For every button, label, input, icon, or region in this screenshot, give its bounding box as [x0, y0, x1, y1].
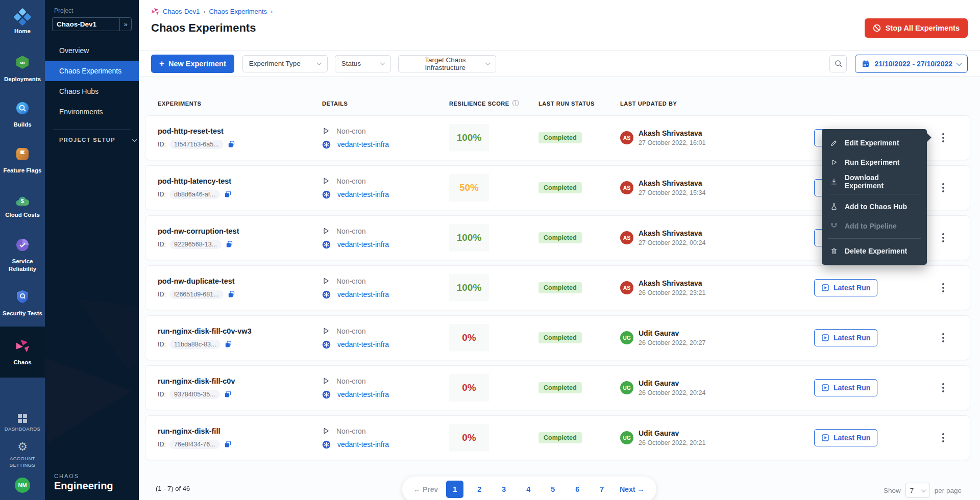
row-menu-button[interactable]: [939, 180, 947, 195]
sidebar-item-chaos-experiments[interactable]: Chaos Experiments: [45, 61, 139, 81]
project-selector[interactable]: Chaos-Dev1: [52, 17, 119, 31]
sidebar-item-home[interactable]: Home: [0, 0, 45, 46]
builds-icon: [15, 101, 30, 117]
stop-all-experiments-button[interactable]: Stop All Experiments: [865, 18, 968, 38]
user-name: Akash Shrivastava: [639, 179, 705, 187]
menu-divider: [828, 238, 921, 239]
search-button[interactable]: [829, 55, 847, 72]
sidebar-item-service-reliability[interactable]: Service Reliability: [0, 230, 45, 281]
project-setup-toggle[interactable]: PROJECT SETUP: [45, 137, 139, 143]
sidebar-item-overview[interactable]: Overview: [45, 40, 139, 61]
experiment-name[interactable]: run-nginx-disk-fill-c0v-vw3: [158, 327, 322, 335]
avatar: UG: [620, 331, 633, 344]
experiment-name[interactable]: pod-http-latency-test: [158, 177, 322, 185]
copy-icon[interactable]: [227, 290, 236, 298]
copy-icon[interactable]: [224, 340, 233, 348]
experiment-name[interactable]: run-nginx-disk-fill-c0v: [158, 377, 322, 385]
infrastructure-link[interactable]: vedant-test-infra: [337, 440, 389, 448]
edit-icon: [830, 139, 838, 147]
menu-item-delete-experiment[interactable]: Delete Experiment: [822, 241, 927, 261]
infrastructure-link[interactable]: vedant-test-infra: [337, 240, 389, 248]
play-icon: [322, 227, 330, 235]
pagination-page-3[interactable]: 3: [495, 481, 512, 498]
pagination-page-4[interactable]: 4: [520, 481, 537, 498]
project-expand-icon[interactable]: »: [119, 17, 132, 31]
infrastructure-link[interactable]: vedant-test-infra: [337, 340, 389, 348]
sidebar-item-account-settings[interactable]: ⚙ ACCOUNT SETTINGS: [6, 441, 39, 468]
pagination-page-1[interactable]: 1: [446, 481, 463, 498]
infrastructure-link[interactable]: vedant-test-infra: [337, 390, 389, 398]
copy-icon[interactable]: [224, 190, 232, 198]
latest-run-button[interactable]: Latest Run: [814, 429, 877, 446]
status-badge: Completed: [538, 132, 582, 143]
breadcrumb-page-link[interactable]: Chaos Experiments: [209, 8, 267, 15]
latest-run-button[interactable]: Latest Run: [814, 379, 877, 396]
sidebar-item-cloud-costs[interactable]: $ Cloud Costs: [0, 184, 45, 230]
pagination-page-5[interactable]: 5: [544, 481, 561, 498]
row-menu-button[interactable]: [939, 230, 947, 245]
experiment-id: f26651d9-681...: [169, 290, 224, 299]
play-icon: [322, 277, 330, 285]
copy-icon[interactable]: [224, 440, 232, 448]
row-menu-button[interactable]: [939, 280, 947, 295]
copy-icon[interactable]: [227, 140, 236, 148]
table-row[interactable]: run-nginx-disk-fill-c0v-vw3 ID: 11bda88c…: [145, 316, 970, 360]
table-row[interactable]: pod-nw-duplicate-test ID: f26651d9-681..…: [145, 266, 970, 310]
copy-icon[interactable]: [225, 240, 234, 248]
pagination-next[interactable]: Next →: [615, 485, 649, 493]
menu-item-run-experiment[interactable]: Run Experiment: [822, 153, 927, 172]
row-menu-button[interactable]: [939, 430, 947, 445]
breadcrumb: Chaos-Dev1 › Chaos Experiments ›: [151, 7, 968, 15]
date-range-picker[interactable]: 21/10/2022 - 27/10/2022: [855, 55, 968, 73]
copy-icon[interactable]: [224, 390, 232, 398]
project-nav: OverviewChaos ExperimentsChaos HubsEnvir…: [45, 40, 139, 122]
menu-item-edit-experiment[interactable]: Edit Experiment: [822, 133, 927, 153]
experiment-name[interactable]: run-nginx-disk-fill: [158, 427, 322, 435]
experiment-id-label: ID:: [158, 291, 166, 298]
sidebar-item-deployments[interactable]: ∞ Deployments: [0, 46, 45, 92]
chevron-down-icon: [132, 137, 137, 142]
new-experiment-button[interactable]: + New Experiment: [151, 55, 234, 73]
per-page-select[interactable]: 7: [905, 483, 930, 498]
pagination-page-2[interactable]: 2: [471, 481, 488, 498]
row-menu-button[interactable]: [939, 130, 947, 145]
row-menu-button[interactable]: [939, 330, 947, 345]
breadcrumb-project-link[interactable]: Chaos-Dev1: [163, 8, 200, 15]
experiment-type: Non-cron: [336, 327, 366, 335]
latest-run-button[interactable]: Latest Run: [814, 329, 877, 346]
sidebar-item-environments[interactable]: Environments: [45, 102, 139, 122]
latest-run-icon: [821, 384, 829, 392]
infrastructure-link[interactable]: vedant-test-infra: [337, 140, 389, 148]
infrastructure-link[interactable]: vedant-test-infra: [337, 190, 389, 198]
avatar: AS: [620, 181, 633, 194]
info-icon[interactable]: ⓘ: [512, 99, 520, 108]
sidebar-item-dashboards[interactable]: DASHBOARDS: [5, 414, 41, 432]
pagination-page-7[interactable]: 7: [593, 481, 610, 498]
sidebar-item-chaos[interactable]: Chaos: [0, 327, 45, 378]
experiment-name[interactable]: pod-nw-corruption-test: [158, 227, 322, 235]
table-row[interactable]: run-nginx-disk-fill ID: 76e8f434-76... N…: [145, 416, 970, 460]
experiment-name[interactable]: pod-nw-duplicate-test: [158, 277, 322, 285]
row-menu-button[interactable]: [939, 380, 947, 395]
experiment-id: 92296568-13...: [169, 240, 222, 249]
table-row[interactable]: run-nginx-disk-fill-c0v ID: 93784f05-35.…: [145, 366, 970, 410]
menu-item-add-to-chaos-hub[interactable]: Add to Chaos Hub: [822, 197, 927, 216]
experiment-id-label: ID:: [158, 141, 166, 148]
latest-run-button[interactable]: Latest Run: [814, 279, 877, 296]
last-updated-time: 26 October 2022, 23:21: [639, 289, 705, 296]
filter-target-chaos-infrastructure[interactable]: Target Chaos Infrastructure: [398, 55, 496, 72]
sidebar-item-chaos-hubs[interactable]: Chaos Hubs: [45, 81, 139, 102]
pagination-page-6[interactable]: 6: [569, 481, 586, 498]
filter-status[interactable]: Status: [335, 55, 391, 72]
experiment-id-label: ID:: [158, 241, 166, 248]
security-tests-icon: [16, 290, 29, 306]
pagination-prev[interactable]: ← Prev: [409, 485, 442, 493]
filter-experiment-type[interactable]: Experiment Type: [242, 55, 328, 72]
sidebar-item-builds[interactable]: Builds: [0, 92, 45, 138]
sidebar-item-feature-flags[interactable]: Feature Flags: [0, 138, 45, 184]
menu-item-download-experiment[interactable]: Download Experiment: [822, 172, 927, 191]
user-avatar[interactable]: NM: [15, 478, 30, 493]
sidebar-item-security-tests[interactable]: Security Tests: [0, 281, 45, 327]
infrastructure-link[interactable]: vedant-test-infra: [337, 290, 389, 298]
experiment-name[interactable]: pod-http-reset-test: [158, 127, 322, 135]
